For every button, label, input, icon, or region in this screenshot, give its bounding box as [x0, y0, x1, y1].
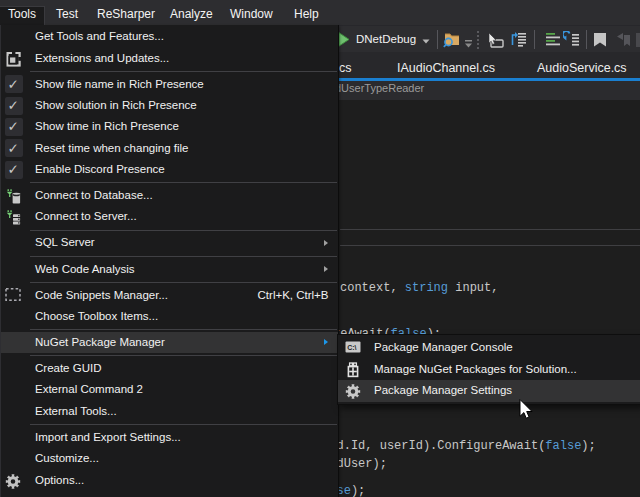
- svg-text:C:\: C:\: [347, 343, 356, 350]
